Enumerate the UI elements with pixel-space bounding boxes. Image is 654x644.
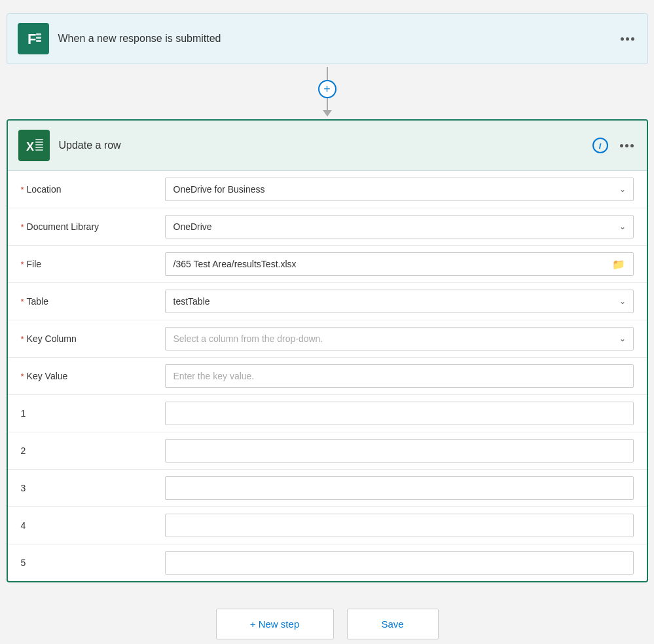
folder-icon-2: 📁 bbox=[612, 258, 625, 271]
flow-container: F When a new response is submitted + X bbox=[7, 13, 648, 639]
text-input-8[interactable] bbox=[165, 476, 634, 500]
connector: + bbox=[318, 67, 336, 117]
trigger-title: When a new response is submitted bbox=[58, 33, 618, 45]
field-label-10: 5 bbox=[21, 558, 165, 568]
dropdown-wrapper-4[interactable]: Select a column from the drop-down.⌄ bbox=[165, 327, 634, 350]
svg-rect-2 bbox=[36, 33, 41, 35]
dropdown-wrapper-1[interactable]: OneDrive⌄ bbox=[165, 215, 634, 238]
svg-rect-9 bbox=[35, 144, 43, 145]
save-button[interactable]: Save bbox=[347, 609, 439, 639]
file-input-wrapper-2[interactable]: /365 Test Area/resultsTest.xlsx📁 bbox=[165, 252, 634, 276]
new-step-button[interactable]: + New step bbox=[216, 609, 334, 639]
dropdown-wrapper-3[interactable]: testTable⌄ bbox=[165, 290, 634, 313]
required-indicator-5: * bbox=[21, 371, 24, 381]
trigger-more-options[interactable] bbox=[618, 35, 637, 43]
action-body: * LocationOneDrive for Business⌄* Docume… bbox=[8, 171, 647, 581]
svg-text:X: X bbox=[26, 140, 34, 153]
label-text-1: Document Library bbox=[27, 221, 100, 232]
label-text-7: 2 bbox=[21, 445, 26, 456]
field-row-4: * Key ColumnSelect a column from the dro… bbox=[8, 320, 647, 358]
dropdown-display-3[interactable]: testTable bbox=[165, 290, 634, 313]
field-control-6 bbox=[165, 402, 634, 425]
label-text-4: Key Column bbox=[27, 333, 77, 344]
field-control-0: OneDrive for Business⌄ bbox=[165, 178, 634, 201]
label-text-10: 5 bbox=[21, 558, 26, 568]
svg-text:F: F bbox=[27, 31, 36, 47]
svg-rect-10 bbox=[35, 147, 43, 148]
connector-line-bottom bbox=[327, 98, 328, 111]
trigger-icon: F bbox=[18, 23, 49, 54]
field-label-0: * Location bbox=[21, 184, 165, 195]
info-button[interactable]: i bbox=[592, 138, 608, 153]
field-label-8: 3 bbox=[21, 483, 165, 493]
text-input-6[interactable] bbox=[165, 402, 634, 425]
add-step-button[interactable]: + bbox=[318, 80, 336, 98]
required-indicator-3: * bbox=[21, 297, 24, 307]
label-text-6: 1 bbox=[21, 408, 26, 419]
label-text-0: Location bbox=[27, 184, 62, 195]
action-title: Update a row bbox=[59, 140, 592, 151]
svg-rect-8 bbox=[35, 142, 43, 143]
field-row-6: 1 bbox=[8, 395, 647, 432]
field-label-9: 4 bbox=[21, 520, 165, 531]
required-indicator-1: * bbox=[21, 222, 24, 232]
field-label-4: * Key Column bbox=[21, 333, 165, 344]
field-row-1: * Document LibraryOneDrive⌄ bbox=[8, 208, 647, 246]
bottom-actions: + New step Save bbox=[216, 609, 439, 639]
field-control-7 bbox=[165, 439, 634, 463]
field-row-0: * LocationOneDrive for Business⌄ bbox=[8, 171, 647, 208]
connector-arrow bbox=[323, 110, 332, 117]
field-label-7: 2 bbox=[21, 445, 165, 456]
label-text-2: File bbox=[27, 259, 42, 269]
text-input-9[interactable] bbox=[165, 514, 634, 537]
connector-line-top bbox=[327, 67, 328, 80]
action-card: X Update a row i * LocationOneDrive for … bbox=[7, 119, 648, 582]
action-header: X Update a row i bbox=[8, 121, 647, 171]
field-row-7: 2 bbox=[8, 432, 647, 470]
action-header-icons: i bbox=[592, 138, 636, 153]
label-text-9: 4 bbox=[21, 520, 26, 531]
text-input-10[interactable] bbox=[165, 551, 634, 575]
field-row-9: 4 bbox=[8, 507, 647, 544]
dropdown-wrapper-0[interactable]: OneDrive for Business⌄ bbox=[165, 178, 634, 201]
field-row-8: 3 bbox=[8, 470, 647, 507]
action-icon: X bbox=[18, 130, 50, 161]
required-indicator-0: * bbox=[21, 185, 24, 195]
required-indicator-4: * bbox=[21, 334, 24, 344]
field-row-3: * TabletestTable⌄ bbox=[8, 283, 647, 320]
field-label-2: * File bbox=[21, 259, 165, 269]
field-control-9 bbox=[165, 514, 634, 537]
field-control-1: OneDrive⌄ bbox=[165, 215, 634, 238]
field-control-3: testTable⌄ bbox=[165, 290, 634, 313]
label-text-5: Key Value bbox=[27, 371, 68, 381]
field-label-3: * Table bbox=[21, 296, 165, 307]
field-row-5: * Key Value bbox=[8, 358, 647, 395]
text-input-7[interactable] bbox=[165, 439, 634, 463]
field-row-2: * File/365 Test Area/resultsTest.xlsx📁 bbox=[8, 246, 647, 283]
svg-rect-3 bbox=[36, 37, 41, 39]
svg-rect-7 bbox=[35, 139, 43, 140]
svg-rect-4 bbox=[36, 40, 41, 42]
field-label-6: 1 bbox=[21, 408, 165, 419]
field-control-2: /365 Test Area/resultsTest.xlsx📁 bbox=[165, 252, 634, 276]
dropdown-display-0[interactable]: OneDrive for Business bbox=[165, 178, 634, 201]
field-label-1: * Document Library bbox=[21, 221, 165, 232]
trigger-card: F When a new response is submitted bbox=[7, 13, 648, 64]
action-more-options[interactable] bbox=[617, 142, 636, 150]
text-input-5[interactable] bbox=[165, 364, 634, 388]
field-control-5 bbox=[165, 364, 634, 388]
field-control-4: Select a column from the drop-down.⌄ bbox=[165, 327, 634, 350]
field-row-10: 5 bbox=[8, 544, 647, 581]
field-label-5: * Key Value bbox=[21, 371, 165, 381]
required-indicator-2: * bbox=[21, 259, 24, 269]
label-text-3: Table bbox=[27, 296, 48, 307]
field-control-10 bbox=[165, 551, 634, 575]
dropdown-display-4[interactable]: Select a column from the drop-down. bbox=[165, 327, 634, 350]
label-text-8: 3 bbox=[21, 483, 26, 493]
svg-rect-11 bbox=[35, 149, 43, 151]
field-control-8 bbox=[165, 476, 634, 500]
dropdown-display-1[interactable]: OneDrive bbox=[165, 215, 634, 238]
